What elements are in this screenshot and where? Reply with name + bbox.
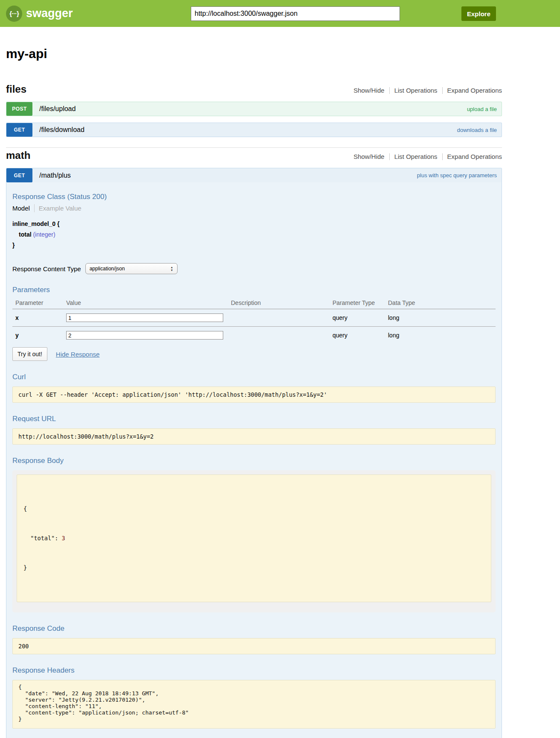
response-content-type-select[interactable]: application/json ▲▼ <box>85 263 178 274</box>
get-method-badge: GET <box>6 168 32 182</box>
response-code-heading: Response Code <box>12 624 496 633</box>
parameters-heading: Parameters <box>12 286 496 294</box>
response-headers-json: { "date": "Wed, 22 Aug 2018 18:49:13 GMT… <box>12 680 496 729</box>
files-list-operations-link[interactable]: List Operations <box>390 87 442 94</box>
col-header-value: Value <box>66 297 231 309</box>
response-body-total-line: "total": 3 <box>23 533 484 543</box>
parameter-y-input[interactable] <box>66 331 223 340</box>
swagger-logo-text: swagger <box>26 7 73 20</box>
tab-example-value[interactable]: Example Value <box>39 205 82 212</box>
response-content-type-label: Response Content Type <box>12 265 81 272</box>
parameter-name: y <box>12 327 66 344</box>
top-bar: {···} swagger Explore <box>0 0 560 27</box>
spec-url-input[interactable] <box>191 6 400 21</box>
model-property-line: total (integer) <box>12 229 496 240</box>
parameter-row-y: y query long <box>12 327 496 344</box>
swagger-logo[interactable]: {···} swagger <box>6 6 73 22</box>
section-title-files[interactable]: files <box>6 83 26 95</box>
request-url-heading: Request URL <box>12 415 496 423</box>
request-url-value: http://localhost:3000/math/plus?x=1&y=2 <box>12 428 496 445</box>
parameters-table: Parameter Value Description Parameter Ty… <box>12 297 496 344</box>
parameter-type: query <box>332 309 388 327</box>
operation-detail-panel: Response Class (Status 200) Model Exampl… <box>6 182 502 738</box>
response-body-close-brace: } <box>23 563 484 573</box>
math-expand-operations-link[interactable]: Expand Operations <box>443 153 502 160</box>
files-section-controls: Show/Hide List Operations Expand Operati… <box>349 87 502 94</box>
operation-path-link[interactable]: /files/upload <box>39 105 76 113</box>
hide-response-link[interactable]: Hide Response <box>56 351 100 358</box>
parameter-x-input[interactable] <box>66 313 223 322</box>
curl-heading: Curl <box>12 373 496 381</box>
response-class-heading: Response Class (Status 200) <box>12 193 496 201</box>
parameter-name: x <box>12 309 66 327</box>
select-arrows-icon: ▲▼ <box>170 266 173 271</box>
col-header-description: Description <box>231 297 332 309</box>
model-signature: inline_model_0 { total (integer) } <box>12 219 496 251</box>
tab-model[interactable]: Model <box>12 205 30 212</box>
post-method-badge: POST <box>6 102 32 116</box>
tab-divider <box>34 204 35 212</box>
response-code-value: 200 <box>12 638 496 654</box>
operation-path-link[interactable]: /math/plus <box>39 172 71 179</box>
get-method-badge: GET <box>6 123 32 137</box>
model-property-name: total <box>19 231 32 238</box>
col-header-parameter: Parameter <box>12 297 66 309</box>
response-body-heading: Response Body <box>12 457 496 465</box>
operation-row-get-math-plus[interactable]: GET /math/plus plus with spec query para… <box>6 168 502 182</box>
api-title: my-api <box>6 47 502 61</box>
explore-button[interactable]: Explore <box>461 6 496 21</box>
try-it-out-button[interactable]: Try it out! <box>12 347 47 361</box>
parameter-description <box>231 309 332 327</box>
response-content-type-row: Response Content Type application/json ▲… <box>12 263 496 274</box>
operation-expanded-get-math-plus: GET /math/plus plus with spec query para… <box>6 168 502 738</box>
parameter-type: query <box>332 327 388 344</box>
parameter-data-type: long <box>388 309 496 327</box>
operation-summary: downloads a file <box>457 127 497 133</box>
operation-summary: plus with spec query parameters <box>417 172 497 179</box>
try-it-out-row: Try it out! Hide Response <box>12 347 496 361</box>
response-body-open-brace: { <box>23 504 484 514</box>
model-close-line: } <box>12 240 496 251</box>
response-headers-heading: Response Headers <box>12 666 496 675</box>
swagger-braces-icon: {···} <box>6 6 22 22</box>
math-section-controls: Show/Hide List Operations Expand Operati… <box>349 153 502 160</box>
parameter-row-x: x query long <box>12 309 496 327</box>
parameter-description <box>231 327 332 344</box>
curl-command: curl -X GET --header 'Accept: applicatio… <box>12 387 496 403</box>
parameter-data-type: long <box>388 327 496 344</box>
col-header-data-type: Data Type <box>388 297 496 309</box>
operation-row-get-files-download[interactable]: GET /files/download downloads a file <box>6 123 502 137</box>
files-section-header: files Show/Hide List Operations Expand O… <box>6 83 502 95</box>
json-key: "total": <box>30 535 58 542</box>
model-tabs: Model Example Value <box>12 204 496 212</box>
model-property-type: (integer) <box>33 231 55 238</box>
section-divider <box>6 147 502 148</box>
math-section-header: math Show/Hide List Operations Expand Op… <box>6 149 502 161</box>
operation-row-post-files-upload[interactable]: POST /files/upload upload a file <box>6 102 502 116</box>
math-show-hide-link[interactable]: Show/Hide <box>349 153 389 160</box>
operation-summary: upload a file <box>467 106 497 112</box>
model-open-line: inline_model_0 { <box>12 219 496 229</box>
selected-content-type: application/json <box>90 266 125 272</box>
math-list-operations-link[interactable]: List Operations <box>390 153 442 160</box>
files-expand-operations-link[interactable]: Expand Operations <box>443 87 502 94</box>
response-body-code: { "total": 3 } <box>17 474 491 602</box>
section-title-math[interactable]: math <box>6 149 30 161</box>
files-show-hide-link[interactable]: Show/Hide <box>349 87 389 94</box>
content-area: my-api files Show/Hide List Operations E… <box>0 47 508 738</box>
operation-path-link[interactable]: /files/download <box>39 126 85 134</box>
json-value: 3 <box>61 535 65 542</box>
col-header-parameter-type: Parameter Type <box>332 297 388 309</box>
response-body-container: { "total": 3 } <box>12 470 496 612</box>
